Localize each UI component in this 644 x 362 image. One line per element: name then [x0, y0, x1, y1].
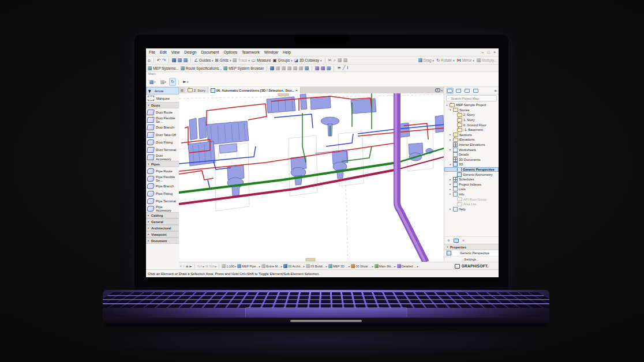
tool-duct-terminal[interactable]: Duct Terminal	[146, 146, 179, 153]
mep-edit-icon-5[interactable]	[299, 66, 303, 70]
cutaway-button[interactable]: ◪3D Cutaway▾	[294, 58, 322, 63]
publisher-button[interactable]	[472, 88, 480, 94]
fit-in-window-icon[interactable]: ⊕	[186, 265, 189, 268]
menu-item-window[interactable]: Window	[264, 50, 278, 54]
next-view-dropdown[interactable]: N/A▸	[209, 265, 217, 268]
slant-icon[interactable]: ╱	[343, 66, 346, 70]
groups-button[interactable]: ▣Groups▾	[272, 58, 292, 63]
delete-icon[interactable]: ×	[462, 239, 465, 242]
tree-item-details[interactable]: Details	[444, 152, 499, 157]
mep-connect-icon[interactable]	[270, 66, 274, 70]
renovation-filter-button[interactable]: ▾	[148, 78, 158, 86]
tool-pipe-fitting[interactable]: Pipe Fitting	[146, 190, 179, 197]
keyboard[interactable]	[103, 292, 549, 308]
maximize-button[interactable]: □	[488, 50, 490, 54]
menu-item-edit[interactable]: Edit	[160, 50, 167, 54]
minimize-button[interactable]: –	[482, 50, 484, 54]
tree-item-project[interactable]: ▾MEP Sample Project	[444, 103, 499, 108]
inject-parameters-icon[interactable]	[184, 58, 188, 62]
tree-item-project-indexes[interactable]: ▸Project Indexes	[444, 182, 499, 187]
prev-view-dropdown[interactable]: N/A▸	[197, 265, 205, 268]
home-icon[interactable]: ⌂	[148, 58, 151, 63]
tool-pipe-terminal[interactable]: Pipe Terminal	[146, 197, 179, 205]
tool-duct-flexible[interactable]: Duct Flexible Se...	[146, 116, 179, 123]
tree-item-basement[interactable]: -1. Basement	[444, 127, 499, 133]
redo-icon[interactable]: ↷	[162, 58, 166, 63]
multiply-button[interactable]: Multiply...	[477, 58, 497, 62]
navigator-search[interactable]: ⌕	[446, 95, 497, 101]
tool-duct-branch[interactable]: Duct Branch	[146, 123, 179, 131]
tool-pipe-accessory[interactable]: Pipe Accessory	[146, 205, 179, 212]
tree-item-api-root-group[interactable]: API Root Group	[444, 197, 499, 202]
trackpad[interactable]	[245, 307, 407, 317]
mirror-button[interactable]: ⋈Mirror▾	[456, 58, 474, 63]
properties-header[interactable]: ▾Properties	[444, 244, 499, 250]
view-map-button[interactable]	[455, 88, 462, 94]
tree-item-story-1[interactable]: 1. Story	[444, 118, 499, 123]
settings-button[interactable]: Settings...	[444, 256, 499, 262]
trace-button[interactable]: Trace▾	[233, 58, 249, 62]
tree-item-generic-axonometry[interactable]: Generic Axonometry	[444, 172, 499, 177]
menu-item-document[interactable]: Document	[201, 50, 219, 54]
zoom-tool-icon[interactable]: ⌕	[334, 58, 336, 63]
tree-item-3d-documents[interactable]: 3D Documents	[444, 157, 499, 163]
mep-edit-icon-4[interactable]	[293, 66, 297, 70]
drag-button[interactable]: Drag▾	[418, 58, 434, 62]
model-dropdown[interactable]: Main Mo...▸	[375, 264, 396, 268]
adjust-icon[interactable]	[338, 58, 342, 62]
zoom-out-icon[interactable]: ⌕	[180, 264, 182, 268]
layer-combination-button[interactable]: ▾	[159, 78, 169, 86]
tree-item-ground-floor[interactable]: 0. Ground Floor	[444, 122, 499, 127]
view-options-button[interactable]: ▾	[433, 87, 444, 93]
tool-duct-route[interactable]: Duct Route	[146, 108, 179, 116]
orbit-button[interactable]: ↻	[169, 78, 176, 86]
tool-pipe-flexible[interactable]: Pipe Flexible Se...	[146, 175, 179, 182]
tree-item-interior-elevations[interactable]: Interior Elevations	[444, 142, 499, 148]
close-button[interactable]: ×	[493, 50, 496, 54]
tree-item-help[interactable]: ▸Help	[444, 206, 499, 212]
pick-up-parameters-icon[interactable]	[178, 58, 182, 62]
mep-systems-button[interactable]: MEP Systems...	[148, 66, 179, 70]
tool-pipe-route[interactable]: Pipe Route	[146, 167, 179, 175]
anchor-icon[interactable]: Ⅰ	[347, 66, 348, 70]
detail-level-dropdown[interactable]: Detailed ...▸	[397, 264, 418, 268]
tree-item-worksheets[interactable]: ▸Worksheets	[444, 147, 499, 152]
pan-icon[interactable]: ►	[190, 265, 192, 268]
navigator-menu-icon[interactable]: ≡	[494, 89, 497, 92]
mep-route-icon[interactable]	[305, 66, 309, 70]
pen-set-dropdown[interactable]: MEP Pipe...▸	[237, 264, 260, 268]
show-dropdown[interactable]: 00 Show ...▸	[351, 264, 373, 268]
toolbox-section-viewpoint[interactable]: ▸Viewpoint	[146, 231, 179, 237]
menu-item-design[interactable]: Design	[184, 50, 196, 54]
quick-options-icon[interactable]: ⊞	[179, 87, 185, 93]
undo-icon[interactable]: ↶	[157, 58, 160, 63]
cursor-mode-button[interactable]: ►▾	[181, 78, 190, 86]
split-icon[interactable]: ✂	[328, 58, 332, 63]
route-specifications-button[interactable]: Route Specifications...	[181, 66, 222, 70]
mep-system-browser-button[interactable]: MEP System Browser	[223, 66, 264, 70]
measure-button[interactable]: ▭Measure	[252, 58, 271, 63]
mep-insert-icon-3[interactable]	[327, 66, 331, 70]
menu-item-options[interactable]: Options	[223, 50, 237, 54]
rotate-button[interactable]: ↻Rotate▾	[436, 58, 454, 63]
mep-edit-icon-3[interactable]	[287, 66, 291, 70]
toolbox-section-pipes[interactable]: ▾Pipes	[146, 161, 179, 167]
trim-icon[interactable]	[343, 58, 347, 62]
tree-item-sections[interactable]: ▸Sections	[444, 133, 499, 138]
guides-button[interactable]: ∠Guides▾	[194, 58, 213, 63]
tree-item-info[interactable]: ▸Info	[444, 192, 499, 197]
mep-insert-icon-2[interactable]	[321, 66, 325, 70]
tree-item-generic-perspective[interactable]: Generic Perspective	[444, 167, 499, 172]
dimension-dropdown[interactable]: 03 Buildi...▸	[306, 264, 327, 268]
mep-edit-icon-1[interactable]	[276, 66, 280, 70]
scale-dropdown[interactable]: 1:100▸	[222, 264, 236, 268]
tool-arrow[interactable]: Arrow	[146, 87, 179, 95]
toolbox-section-document[interactable]: ▸Document	[146, 237, 179, 244]
mep-insert-icon-1[interactable]	[315, 66, 319, 70]
tree-item-story-2[interactable]: 2. Story	[444, 112, 499, 118]
mep-3d-dropdown[interactable]: MEP 3D ...▸	[328, 264, 350, 268]
menu-item-help[interactable]: Help	[283, 50, 291, 54]
tree-item-stories[interactable]: ▾Stories	[444, 108, 499, 113]
3d-viewport[interactable]	[179, 93, 444, 262]
tree-item-lists[interactable]: ▸Lists	[444, 187, 499, 192]
